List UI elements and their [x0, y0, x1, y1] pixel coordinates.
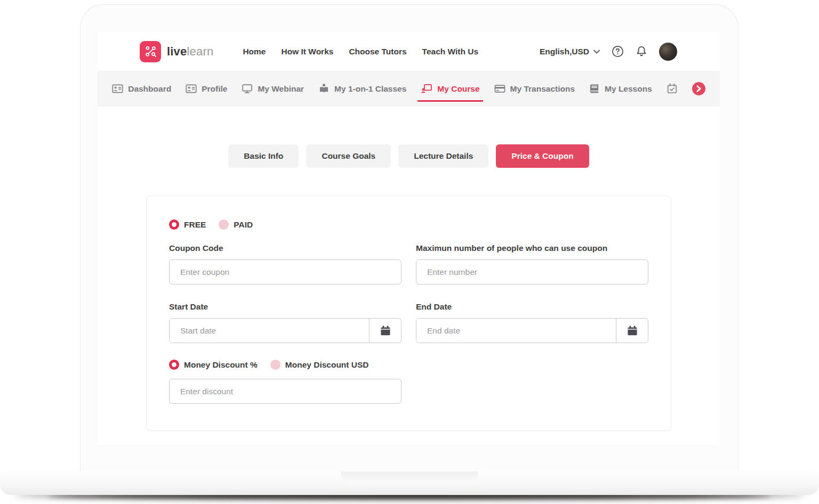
brand-name-bold: live	[167, 45, 187, 58]
nav-home[interactable]: Home	[243, 47, 266, 56]
tab-price-coupon[interactable]: Price & Coupon	[496, 144, 589, 168]
start-date-label: Start Date	[169, 302, 402, 312]
max-people-input[interactable]	[416, 259, 648, 284]
calendar-check-icon	[667, 83, 678, 94]
end-date-label: End Date	[416, 302, 648, 312]
calendar-icon	[380, 325, 391, 337]
brand-name-light: learn	[187, 45, 214, 58]
start-date-field	[169, 318, 402, 343]
subnav-item-my-course[interactable]: My Course	[421, 71, 479, 107]
max-people-label: Maximun number of people who can use cou…	[416, 243, 648, 253]
nav-how-it-works[interactable]: How It Works	[282, 47, 334, 56]
locale-selector[interactable]: English,USD	[540, 47, 600, 56]
person-screen-icon	[421, 83, 432, 94]
locale-label: English,USD	[540, 47, 589, 56]
start-date-input[interactable]	[170, 319, 369, 343]
radio-unselected-icon	[219, 220, 229, 230]
form-left-column: Coupon Code Start Date	[169, 230, 402, 404]
bell-icon	[636, 45, 647, 58]
app-header: livelearn Home How It Works Choose Tutor…	[98, 32, 720, 71]
discount-usd-label: Money Discount USD	[285, 360, 369, 370]
tab-basic-info[interactable]: Basic Info	[228, 144, 299, 168]
discount-percent-label: Money Discount %	[184, 360, 258, 370]
radio-selected-icon	[169, 220, 179, 230]
nav-choose-tutors[interactable]: Choose Tutors	[349, 47, 406, 56]
free-radio[interactable]: FREE	[169, 220, 206, 230]
chevron-down-icon	[593, 50, 600, 54]
free-radio-label: FREE	[184, 220, 206, 230]
subnav-item-profile[interactable]: Profile	[186, 71, 227, 107]
paid-radio[interactable]: PAID	[219, 220, 253, 230]
subnav-label: My Transactions	[510, 84, 575, 94]
subnav-label: My Webinar	[258, 84, 304, 94]
monitor-icon	[242, 83, 253, 94]
price-coupon-card: FREE PAID Coupon Code Start Date	[146, 196, 671, 431]
brand-logo-text: livelearn	[167, 45, 213, 59]
form-grid: Coupon Code Start Date	[169, 230, 645, 404]
step-tabs: Basic Info Course Goals Lecture Details …	[98, 144, 720, 168]
calendar-icon	[627, 325, 638, 337]
brand-logo-icon	[140, 41, 161, 62]
help-button[interactable]	[612, 45, 624, 58]
main-nav: Home How It Works Choose Tutors Teach Wi…	[243, 47, 478, 56]
tab-lecture-details[interactable]: Lecture Details	[398, 144, 488, 168]
subnav-item-my-transactions[interactable]: My Transactions	[494, 71, 575, 107]
discount-percent-radio[interactable]: Money Discount %	[169, 360, 258, 370]
nav-teach-with-us[interactable]: Teach With Us	[422, 47, 479, 56]
credit-card-icon	[494, 83, 505, 94]
discount-input[interactable]	[169, 379, 402, 404]
subnav-label: Dashboard	[128, 84, 171, 94]
coupon-code-input[interactable]	[169, 259, 402, 284]
subnav-label: My 1-on-1 Classes	[334, 84, 406, 94]
subnav-item-schedule[interactable]	[667, 71, 678, 107]
id-card-icon	[112, 83, 123, 94]
person-book-icon	[318, 83, 330, 94]
discount-usd-radio[interactable]: Money Discount USD	[270, 360, 369, 370]
sub-nav: Dashboard Profile My Webinar	[98, 71, 720, 107]
book-icon	[589, 83, 600, 94]
help-icon	[612, 45, 624, 58]
id-card-icon	[186, 83, 197, 94]
subnav-label: My Course	[437, 84, 479, 94]
notifications-button[interactable]	[636, 45, 647, 58]
subnav-label: Profile	[202, 84, 227, 94]
tab-course-goals[interactable]: Course Goals	[306, 144, 391, 168]
subnav-item-my-webinar[interactable]: My Webinar	[242, 71, 304, 107]
laptop-display: livelearn Home How It Works Choose Tutor…	[98, 32, 720, 445]
radio-unselected-icon	[270, 360, 280, 370]
paid-radio-label: PAID	[234, 220, 253, 230]
radio-selected-icon	[169, 360, 179, 370]
subnav-label: My Lessons	[605, 84, 652, 94]
subnav-item-my-lessons[interactable]: My Lessons	[589, 71, 652, 107]
brand-logo[interactable]: livelearn	[140, 41, 213, 62]
user-avatar[interactable]	[659, 43, 677, 61]
laptop-base-notch	[341, 472, 478, 484]
start-date-picker-button[interactable]	[369, 319, 401, 343]
discount-radio-group: Money Discount % Money Discount USD	[169, 360, 402, 370]
header-right: English,USD	[540, 43, 677, 61]
chevron-right-icon	[696, 85, 702, 92]
subnav-item-my-1-on-1-classes[interactable]: My 1-on-1 Classes	[318, 71, 406, 107]
end-date-input[interactable]	[416, 319, 616, 343]
pricing-radio-group: FREE PAID	[169, 220, 645, 230]
coupon-code-label: Coupon Code	[169, 243, 402, 253]
subnav-scroll-next-button[interactable]	[692, 82, 705, 95]
end-date-field	[416, 318, 648, 343]
end-date-picker-button[interactable]	[616, 319, 648, 343]
subnav-item-dashboard[interactable]: Dashboard	[112, 71, 171, 107]
form-right-column: Maximun number of people who can use cou…	[416, 230, 648, 404]
